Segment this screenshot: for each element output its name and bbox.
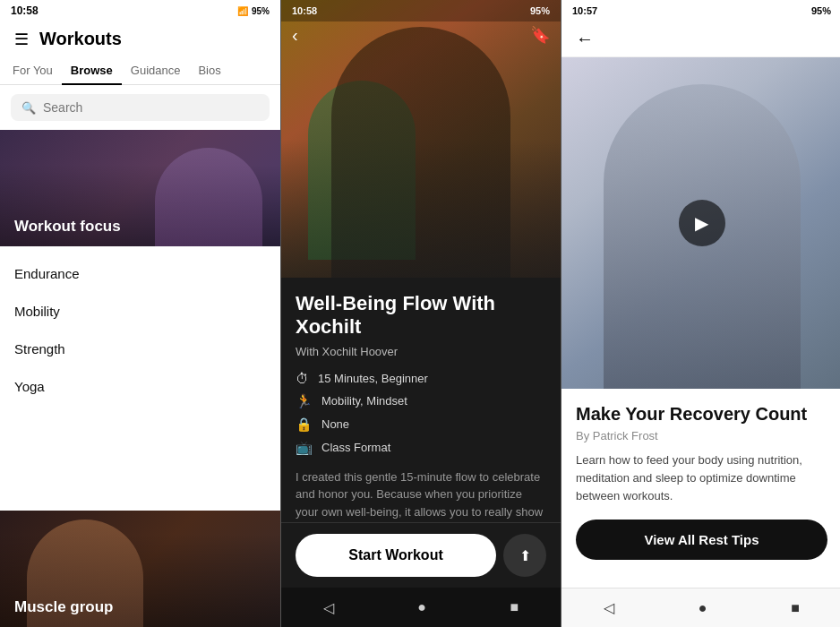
workout-focus-label: Workout focus <box>14 218 121 236</box>
panel2-bottom-bar: Start Workout ⬆ <box>281 522 561 588</box>
muscle-group-label: Muscle group <box>14 598 114 616</box>
panel3-header: ← <box>561 21 840 57</box>
hero-silhouette-decoration <box>331 27 510 278</box>
workout-title: Well-Being Flow With Xochilt <box>296 292 546 339</box>
nav-back-panel2[interactable]: ◁ <box>323 599 334 616</box>
workout-focus-person-decoration <box>155 148 262 246</box>
article-author: By Patrick Frost <box>576 429 827 442</box>
workouts-header: ☰ Workouts <box>0 21 280 56</box>
tab-guidance[interactable]: Guidance <box>122 56 190 84</box>
workout-hero-image <box>281 0 561 278</box>
meta-equipment: 🔒 None <box>296 417 546 433</box>
battery-panel2: 95% <box>530 5 550 16</box>
hamburger-icon[interactable]: ☰ <box>14 30 29 49</box>
search-bar[interactable]: 🔍 <box>11 94 270 121</box>
duration-text: 15 Minutes, Beginner <box>318 372 428 385</box>
focus-item-endurance[interactable]: Endurance <box>14 257 266 291</box>
workouts-tabs: For You Browse Guidance Bios <box>0 56 280 85</box>
status-bar-panel3: 10:57 95% <box>561 0 840 21</box>
focus-item-strength[interactable]: Strength <box>14 332 266 366</box>
meta-focus: 🏃 Mobility, Mindset <box>296 393 546 409</box>
workouts-title: Workouts <box>39 29 122 49</box>
bookmark-icon[interactable]: 🔖 <box>530 25 550 45</box>
article-hero-image: ▶ <box>561 57 840 389</box>
format-text: Class Format <box>321 441 390 454</box>
workout-focus-hero[interactable]: Workout focus <box>0 130 280 246</box>
nav-back-panel3[interactable]: ◁ <box>604 599 614 616</box>
nav-home-panel2[interactable]: ● <box>417 599 426 615</box>
focus-item-yoga[interactable]: Yoga <box>14 370 266 404</box>
time-panel1: 10:58 <box>11 4 39 17</box>
play-button[interactable]: ▶ <box>679 200 725 246</box>
workout-meta: ⏱ 15 Minutes, Beginner 🏃 Mobility, Minds… <box>296 371 546 456</box>
back-button-panel2[interactable]: ‹ <box>292 25 298 46</box>
nav-square-panel2[interactable]: ■ <box>510 599 519 615</box>
workout-description: I created this gentle 15-minute flow to … <box>296 468 546 522</box>
equipment-icon: 🔒 <box>296 417 313 433</box>
article-body: Learn how to feed your body using nutrit… <box>576 451 827 505</box>
search-input[interactable] <box>43 100 259 115</box>
muscle-group-hero[interactable]: Muscle group <box>0 511 280 627</box>
panel-workout-detail: 10:58 95% ‹ 🔖 Well-Being Flow With Xochi… <box>281 0 561 627</box>
article-title: Make Your Recovery Count <box>576 403 827 425</box>
time-panel3: 10:57 <box>572 5 597 16</box>
focus-text: Mobility, Mindset <box>321 394 407 408</box>
time-panel2: 10:58 <box>292 5 317 16</box>
start-workout-button[interactable]: Start Workout <box>296 534 496 577</box>
view-all-rest-tips-button[interactable]: View All Rest Tips <box>576 520 827 560</box>
status-bar-panel2: 10:58 95% <box>281 0 561 21</box>
equipment-text: None <box>321 417 349 431</box>
panel3-nav-bar: ◁ ● ■ <box>561 588 840 627</box>
play-icon: ▶ <box>695 212 708 234</box>
panel2-nav-bar: ◁ ● ■ <box>281 588 561 627</box>
signal-icon: 📶 <box>237 6 248 16</box>
share-icon: ⬆ <box>519 547 531 564</box>
status-icons-panel1: 📶 95% <box>237 6 270 16</box>
focus-list: Endurance Mobility Strength Yoga <box>0 246 280 415</box>
focus-icon: 🏃 <box>296 393 313 409</box>
back-arrow-panel3[interactable]: ← <box>576 29 594 49</box>
tab-bios[interactable]: Bios <box>189 56 229 84</box>
workout-detail-content: Well-Being Flow With Xochilt With Xochil… <box>281 278 561 522</box>
focus-item-mobility[interactable]: Mobility <box>14 295 266 329</box>
workout-instructor: With Xochilt Hoover <box>296 345 546 358</box>
battery-panel1: 95% <box>252 6 270 16</box>
status-bar-panel1: 10:58 📶 95% <box>0 0 280 21</box>
meta-duration: ⏱ 15 Minutes, Beginner <box>296 371 546 386</box>
clock-icon: ⏱ <box>296 371 309 386</box>
article-content: Make Your Recovery Count By Patrick Fros… <box>561 389 840 588</box>
tab-for-you[interactable]: For You <box>4 56 62 84</box>
battery-panel3: 95% <box>811 5 831 16</box>
nav-square-panel3[interactable]: ■ <box>791 600 800 616</box>
search-icon: 🔍 <box>21 101 36 115</box>
panel-workouts-browse: 10:58 📶 95% ☰ Workouts For You Browse Gu… <box>0 0 280 627</box>
share-button[interactable]: ⬆ <box>503 534 546 577</box>
meta-format: 📺 Class Format <box>296 440 546 456</box>
panel-article-detail: 10:57 95% ← ▶ Make Your Recovery Count B… <box>561 0 840 627</box>
tab-browse[interactable]: Browse <box>62 56 122 84</box>
nav-home-panel3[interactable]: ● <box>699 600 707 616</box>
format-icon: 📺 <box>296 440 313 456</box>
